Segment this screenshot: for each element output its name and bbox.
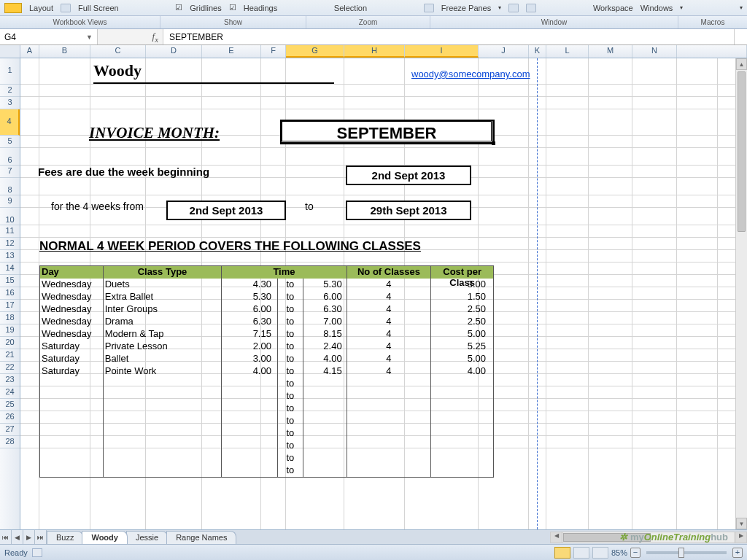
table-row[interactable]: WednesdayInter Groups6.00to6.3042.50 (40, 303, 493, 316)
row-header-21[interactable]: 21 (0, 349, 20, 362)
table-row[interactable]: SaturdayPrivate Lesson2.00to2.4045.25 (40, 341, 493, 353)
scroll-right-button[interactable]: ▶ (735, 532, 746, 542)
view-page-break-button[interactable] (592, 547, 608, 559)
column-header-M[interactable]: M (589, 45, 632, 58)
column-headers[interactable]: ABCDEFGHIJKLMN (0, 45, 747, 58)
table-row[interactable]: to (40, 452, 493, 464)
sheet-cells[interactable]: Woody woody@somecompany.com INVOICE MONT… (20, 58, 747, 529)
row-header-16[interactable]: 16 (0, 287, 20, 300)
table-row[interactable]: WednesdayDuets4.30to5.3043.00 (40, 279, 493, 291)
table-row[interactable]: SaturdayBallet3.00to4.0045.00 (40, 353, 493, 365)
scroll-left-button[interactable]: ◀ (551, 532, 562, 542)
name-box[interactable]: G4 ▼ (0, 29, 98, 44)
split-icon[interactable] (508, 4, 519, 12)
column-header-E[interactable]: E (202, 45, 261, 58)
switch-windows-menu[interactable]: Windows (640, 4, 673, 12)
zoom-slider-thumb[interactable] (678, 548, 684, 558)
table-row[interactable]: WednesdayDrama6.30to7.0042.50 (40, 316, 493, 328)
headings-toggle[interactable]: Headings (244, 4, 277, 12)
sheet-tab-woody[interactable]: Woody (82, 531, 127, 544)
view-page-layout-button[interactable] (573, 547, 589, 559)
column-header-H[interactable]: H (344, 45, 405, 58)
row-header-9[interactable]: 9 (0, 195, 20, 208)
zoom-out-button[interactable]: − (630, 548, 640, 558)
row-headers[interactable]: 1234567891011121314151617181920212223242… (0, 58, 20, 529)
row-header-17[interactable]: 17 (0, 300, 20, 312)
name-box-dropdown-icon[interactable]: ▼ (86, 34, 93, 41)
table-row[interactable]: WednesdayExtra Ballet5.30to6.0041.50 (40, 291, 493, 303)
macro-record-icon[interactable] (32, 548, 42, 557)
row-header-6[interactable]: 6 (0, 148, 20, 166)
zoom-in-button[interactable]: + (732, 548, 743, 558)
formula-input[interactable]: SEPTEMBER (163, 32, 734, 42)
row-header-7[interactable]: 7 (0, 166, 20, 178)
email-link[interactable]: woody@somecompany.com (411, 69, 530, 79)
row-header-1[interactable]: 1 (0, 58, 20, 85)
column-header-C[interactable]: C (90, 45, 146, 58)
gridlines-toggle[interactable]: Gridlines (190, 4, 221, 12)
row-header-14[interactable]: 14 (0, 262, 20, 275)
view-normal-button[interactable] (554, 547, 570, 559)
vertical-scrollbar[interactable]: ▲ ▼ (735, 58, 747, 529)
sheet-tab-jessie[interactable]: Jessie (126, 531, 168, 544)
freeze-panes-menu[interactable]: Freeze Panes (441, 4, 491, 12)
sheet-tab-range-names[interactable]: Range Names (166, 531, 236, 544)
tab-nav-prev[interactable]: ◀ (12, 530, 23, 544)
table-row[interactable]: to (40, 378, 493, 390)
vscroll-thumb[interactable] (738, 71, 746, 232)
table-row[interactable]: to (40, 427, 493, 440)
row-header-5[interactable]: 5 (0, 136, 20, 148)
column-header-A[interactable]: A (20, 45, 39, 58)
column-header-I[interactable]: I (405, 45, 479, 58)
column-header-B[interactable]: B (39, 45, 90, 58)
table-row[interactable]: to (40, 415, 493, 427)
formula-bar-expander[interactable] (734, 29, 747, 44)
column-header-J[interactable]: J (479, 45, 529, 58)
row-header-27[interactable]: 27 (0, 424, 20, 436)
row-header-22[interactable]: 22 (0, 362, 20, 374)
table-row[interactable]: to (40, 402, 493, 415)
zoom-selection-label[interactable]: Selection (334, 4, 367, 12)
table-row[interactable]: WednesdayModern & Tap7.15to8.1545.00 (40, 328, 493, 341)
tab-nav-last[interactable]: ⏭ (35, 530, 47, 544)
row-header-10[interactable]: 10 (0, 208, 20, 225)
tab-nav-first[interactable]: ⏮ (0, 530, 12, 544)
sheet-tab-buzz[interactable]: Buzz (47, 531, 83, 544)
zoom-percent[interactable]: 85% (611, 548, 627, 557)
column-header-L[interactable]: L (546, 45, 589, 58)
column-header-F[interactable]: F (261, 45, 286, 58)
column-header-G[interactable]: G (286, 45, 344, 58)
hide-icon[interactable] (526, 4, 536, 12)
table-row[interactable]: to (40, 390, 493, 402)
row-header-25[interactable]: 25 (0, 399, 20, 411)
row-header-11[interactable]: 11 (0, 225, 20, 238)
row-header-26[interactable]: 26 (0, 411, 20, 424)
row-header-12[interactable]: 12 (0, 238, 20, 250)
scroll-up-button[interactable]: ▲ (736, 58, 747, 70)
row-header-20[interactable]: 20 (0, 337, 20, 349)
fx-icon[interactable]: fx (152, 31, 158, 44)
row-header-24[interactable]: 24 (0, 386, 20, 399)
zoom-slider[interactable] (646, 551, 727, 554)
layout-label[interactable]: Layout (29, 4, 53, 12)
column-header-K[interactable]: K (529, 45, 546, 58)
row-header-8[interactable]: 8 (0, 178, 20, 195)
select-all-corner[interactable] (0, 45, 20, 58)
row-header-4[interactable]: 4 (0, 109, 20, 136)
table-row[interactable]: to (40, 440, 493, 452)
scroll-down-button[interactable]: ▼ (736, 518, 747, 529)
row-header-15[interactable]: 15 (0, 275, 20, 287)
table-row[interactable]: SaturdayPointe Work4.00to4.1544.00 (40, 365, 493, 378)
table-row[interactable]: to (40, 464, 493, 477)
tab-nav-next[interactable]: ▶ (23, 530, 35, 544)
fullscreen-label[interactable]: Full Screen (78, 4, 119, 12)
column-header-N[interactable]: N (632, 45, 677, 58)
row-header-3[interactable]: 3 (0, 97, 20, 109)
invoice-month-value[interactable]: SEPTEMBER (280, 120, 493, 143)
column-header-D[interactable]: D (146, 45, 202, 58)
row-header-2[interactable]: 2 (0, 85, 20, 97)
save-workspace-btn[interactable]: Workspace (593, 4, 633, 12)
row-header-23[interactable]: 23 (0, 374, 20, 386)
row-header-13[interactable]: 13 (0, 250, 20, 262)
row-header-19[interactable]: 19 (0, 324, 20, 337)
